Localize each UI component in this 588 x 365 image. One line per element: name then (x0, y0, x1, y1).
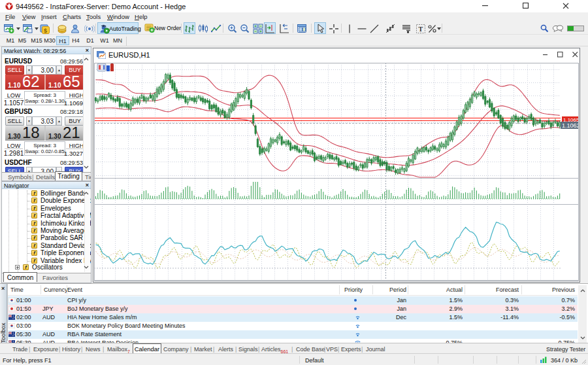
svg-text:1.1062: 1.1062 (562, 122, 579, 129)
svg-text:T: T (419, 26, 423, 33)
svg-text:$: $ (44, 27, 47, 34)
